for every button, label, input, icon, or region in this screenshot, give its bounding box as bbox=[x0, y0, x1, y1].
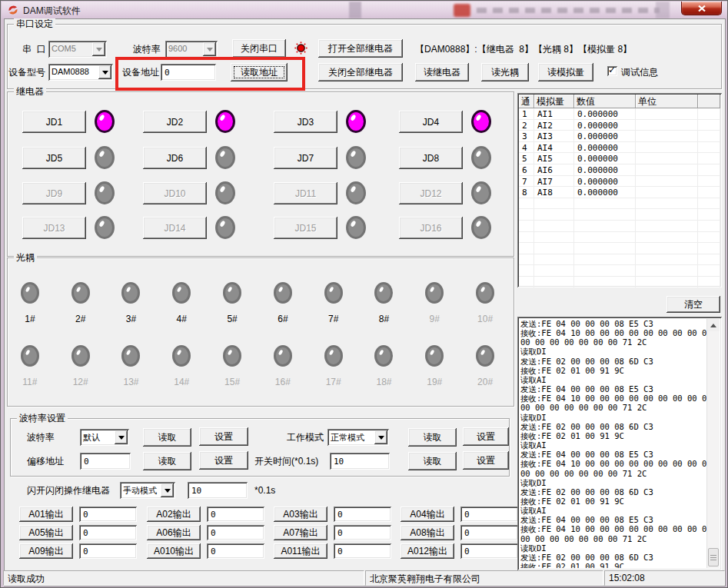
work-mode-set-button[interactable]: 设置 bbox=[463, 427, 509, 446]
relay-led-16 bbox=[471, 216, 491, 239]
opto-channel-label: 3# bbox=[126, 314, 136, 324]
output-button-a09[interactable]: A09输出 bbox=[19, 543, 73, 559]
analog-col-header: 模拟量 bbox=[534, 95, 574, 108]
relay-button-jd6[interactable]: JD6 bbox=[143, 147, 207, 169]
opto-led-11 bbox=[21, 345, 39, 367]
output-value-input-9[interactable] bbox=[79, 543, 137, 559]
relay-button-jd7[interactable]: JD7 bbox=[274, 147, 337, 169]
output-value-input-7[interactable] bbox=[334, 525, 391, 540]
read-opto-button[interactable]: 读光耦 bbox=[481, 63, 529, 81]
output-button-a02[interactable]: A02输出 bbox=[147, 507, 201, 522]
output-value-input-3[interactable] bbox=[334, 507, 391, 522]
relay-button-jd16: JD16 bbox=[399, 217, 463, 239]
app-window: { "window": { "title": "DAM调试软件" }, "ser… bbox=[0, 0, 728, 588]
relay-button-jd5[interactable]: JD5 bbox=[22, 147, 86, 169]
output-value-input-12[interactable] bbox=[460, 543, 518, 559]
table-cell bbox=[636, 209, 698, 221]
work-mode-select[interactable]: 正常模式 bbox=[327, 429, 389, 446]
output-value-input-4[interactable] bbox=[460, 507, 518, 522]
read-relay-button[interactable]: 读继电器 bbox=[415, 63, 469, 81]
output-value-input-1[interactable] bbox=[79, 507, 137, 522]
baud-read-button[interactable]: 读取 bbox=[143, 428, 191, 447]
log-scrollbar[interactable] bbox=[706, 319, 720, 568]
scrollbar-up-button[interactable] bbox=[707, 319, 720, 331]
output-button-a05[interactable]: A05输出 bbox=[19, 525, 73, 540]
close-button[interactable] bbox=[681, 2, 722, 15]
relay-button-jd4[interactable]: JD4 bbox=[399, 111, 463, 133]
output-value-input-6[interactable] bbox=[207, 525, 264, 540]
baud-setting-dropdown-button[interactable] bbox=[115, 430, 128, 444]
relay-button-jd11: JD11 bbox=[274, 182, 337, 204]
flash-time-input[interactable] bbox=[188, 482, 248, 499]
switch-time-input[interactable] bbox=[330, 453, 390, 470]
table-cell bbox=[519, 232, 534, 244]
device-model-select[interactable]: DAM0888 bbox=[48, 64, 113, 81]
offset-read-button[interactable]: 读取 bbox=[143, 452, 191, 470]
table-cell bbox=[574, 243, 636, 254]
opto-channel-14: 14# bbox=[156, 345, 207, 387]
close-serial-button[interactable]: 关闭串口 bbox=[232, 39, 286, 58]
close-all-relays-button[interactable]: 关闭全部继电器 bbox=[318, 63, 403, 81]
analog-table-header: 通模拟量数值单位 bbox=[519, 95, 720, 108]
analog-table-body: 1AI10.0000002AI20.0000003AI30.0000004AI4… bbox=[519, 108, 720, 287]
output-value-input-5[interactable] bbox=[79, 525, 137, 540]
opto-channel-19: 19# bbox=[409, 345, 460, 387]
flash-time-unit-label: *0.1s bbox=[254, 485, 275, 496]
table-cell bbox=[636, 198, 698, 210]
clear-log-button[interactable]: 清空 bbox=[667, 296, 720, 313]
relay-button-jd1[interactable]: JD1 bbox=[22, 111, 86, 133]
switch-time-set-button[interactable]: 设置 bbox=[463, 451, 509, 470]
output-button-a03[interactable]: A03输出 bbox=[274, 507, 327, 522]
opto-led-9 bbox=[425, 282, 444, 304]
switch-time-read-button[interactable]: 读取 bbox=[408, 452, 457, 470]
device-model-dropdown-button[interactable] bbox=[98, 65, 111, 79]
background-window-ghost bbox=[656, 2, 670, 18]
opto-led-6 bbox=[274, 282, 292, 304]
opto-channel-label: 14# bbox=[174, 377, 189, 387]
output-button-a04[interactable]: A04输出 bbox=[401, 507, 454, 522]
work-mode-read-button[interactable]: 读取 bbox=[408, 428, 457, 447]
relay-button-jd2[interactable]: JD2 bbox=[143, 111, 207, 133]
chevron-down-icon bbox=[118, 436, 125, 443]
relay-button-jd8[interactable]: JD8 bbox=[399, 147, 463, 169]
relay-button-jd3[interactable]: JD3 bbox=[274, 111, 337, 133]
offset-set-button[interactable]: 设置 bbox=[199, 451, 248, 470]
table-cell bbox=[698, 176, 720, 188]
table-row bbox=[519, 221, 720, 232]
opto-channel-label: 8# bbox=[379, 314, 389, 324]
output-button-a01[interactable]: A01输出 bbox=[19, 507, 73, 522]
flash-mode-dropdown-button[interactable] bbox=[161, 483, 174, 497]
output-button-a011[interactable]: A011输出 bbox=[274, 543, 327, 559]
relay-led-11 bbox=[346, 181, 366, 204]
open-all-relays-button[interactable]: 打开全部继电器 bbox=[318, 39, 403, 58]
baud-set-button[interactable]: 设置 bbox=[199, 427, 248, 446]
relay-led-10 bbox=[215, 181, 235, 204]
opto-channel-20: 20# bbox=[460, 345, 510, 387]
table-cell bbox=[698, 265, 720, 277]
output-value-input-8[interactable] bbox=[460, 525, 518, 540]
table-row bbox=[519, 265, 720, 277]
output-button-a010[interactable]: A010输出 bbox=[147, 543, 201, 559]
table-cell bbox=[574, 265, 636, 277]
read-analog-button[interactable]: 读模拟量 bbox=[538, 63, 593, 81]
flash-mode-select[interactable]: 手动模式 bbox=[120, 482, 175, 499]
output-button-a012[interactable]: A012输出 bbox=[401, 543, 454, 559]
analog-table: 通模拟量数值单位 1AI10.0000002AI20.0000003AI30.0… bbox=[517, 93, 722, 287]
relay-led-6 bbox=[215, 146, 235, 169]
output-button-a08[interactable]: A08输出 bbox=[401, 525, 454, 540]
output-button-a07[interactable]: A07输出 bbox=[274, 525, 327, 540]
opto-channel-label: 13# bbox=[123, 377, 138, 387]
offset-address-input[interactable] bbox=[80, 453, 131, 470]
opto-led-2 bbox=[71, 282, 90, 304]
output-value-input-2[interactable] bbox=[207, 507, 264, 522]
chevron-down-icon bbox=[165, 489, 171, 496]
baud-setting-select[interactable]: 默认 bbox=[80, 429, 129, 446]
debug-info-checkbox[interactable] bbox=[607, 66, 617, 76]
work-mode-dropdown-button[interactable] bbox=[374, 430, 387, 444]
analog-col-header: 数值 bbox=[574, 95, 636, 108]
output-button-a06[interactable]: A06输出 bbox=[147, 525, 201, 540]
output-value-input-10[interactable] bbox=[207, 543, 264, 559]
scrollbar-thumb[interactable] bbox=[708, 548, 719, 566]
opto-led-12 bbox=[71, 345, 90, 367]
output-value-input-11[interactable] bbox=[334, 543, 391, 559]
